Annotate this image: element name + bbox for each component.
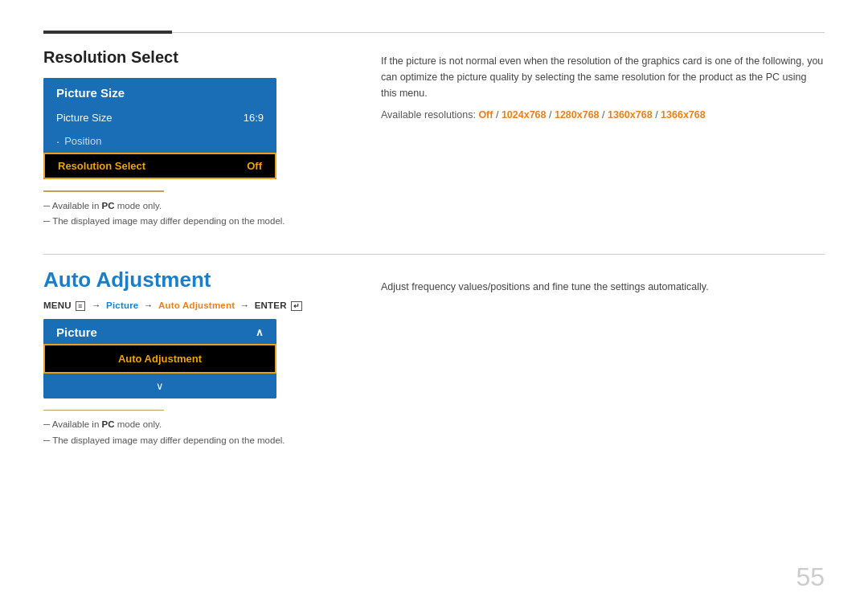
bc-auto-adjustment: Auto Adjustment [158, 300, 235, 310]
resolution-select-notes: ─ Available in PC mode only. ─ The displ… [43, 190, 333, 230]
menu-item-position-label: Position [64, 135, 101, 147]
chevron-down-icon: ∨ [156, 380, 164, 392]
auto-adjustment-note-model: ─ The displayed image may differ dependi… [43, 433, 333, 449]
chevron-up-icon: ∧ [256, 326, 264, 338]
menu-item-resolution-select-label: Resolution Select [58, 160, 145, 172]
auto-adjustment-title: Auto Adjustment [43, 268, 333, 292]
available-1024: 1024x768 [502, 109, 547, 121]
menu-icon: ≡ [76, 301, 84, 311]
available-separator1: / [496, 109, 502, 121]
resolution-select-available: Available resolutions: Off / 1024x768 / … [381, 109, 825, 121]
available-separator2: / [549, 109, 555, 121]
available-off: Off [478, 109, 493, 121]
picture-menu-active-label: Auto Adjustment [118, 353, 202, 365]
picture-menu-footer: ∨ [43, 374, 276, 398]
available-1366: 1366x768 [661, 109, 706, 121]
resolution-select-description: If the picture is not normal even when t… [381, 53, 825, 101]
resolution-select-title: Resolution Select [43, 48, 333, 67]
menu-item-picture-size-value: 16:9 [244, 112, 264, 124]
available-1280: 1280x768 [555, 109, 600, 121]
auto-adjustment-note-pc: ─ Available in PC mode only. [43, 417, 333, 433]
resolution-select-section: Resolution Select Picture Size Picture S… [43, 34, 825, 230]
menu-item-position: Position [43, 129, 276, 153]
picture-menu-active-item[interactable]: Auto Adjustment [43, 344, 276, 374]
bc-arrow3: → [240, 300, 250, 310]
bc-arrow2: → [144, 300, 154, 310]
enter-icon: ↵ [291, 301, 302, 311]
auto-adjustment-section: Auto Adjustment MENU ≡ → Picture → Auto … [43, 255, 825, 449]
bc-picture: Picture [106, 300, 138, 310]
menu-item-picture-size: Picture Size 16:9 [43, 106, 276, 129]
menu-picture-size-header: Picture Size [43, 78, 276, 106]
page-number: 55 [796, 562, 825, 592]
bc-arrow1: → [92, 300, 101, 310]
auto-adjustment-notes-divider [43, 410, 164, 411]
resolution-select-left: Resolution Select Picture Size Picture S… [43, 34, 357, 230]
picture-menu-header: Picture ∧ [43, 319, 276, 344]
note-pc-mode: ─ Available in PC mode only. [43, 198, 333, 215]
available-1360: 1360x768 [608, 109, 653, 121]
bc-menu: MENU [43, 300, 72, 310]
menu-item-resolution-select[interactable]: Resolution Select Off [43, 153, 276, 179]
available-separator3: / [602, 109, 608, 121]
available-label: Available resolutions: [381, 109, 476, 121]
auto-adjustment-right: Adjust frequency values/positions and fi… [357, 255, 825, 449]
picture-menu-header-label: Picture [56, 325, 97, 339]
auto-adjustment-notes: ─ Available in PC mode only. ─ The displ… [43, 410, 333, 449]
bc-enter: ENTER [255, 300, 287, 310]
resolution-select-menu-box: Picture Size Picture Size 16:9 Position … [43, 78, 276, 179]
auto-adjustment-breadcrumb: MENU ≡ → Picture → Auto Adjustment → ENT… [43, 300, 333, 311]
resolution-select-right: If the picture is not normal even when t… [357, 34, 825, 230]
note-image-differ: ─ The displayed image may differ dependi… [43, 214, 333, 230]
auto-adjustment-description: Adjust frequency values/positions and fi… [381, 279, 825, 295]
notes-divider [43, 190, 164, 192]
auto-adjustment-menu-box: Picture ∧ Auto Adjustment ∨ [43, 319, 276, 398]
auto-adjustment-left: Auto Adjustment MENU ≡ → Picture → Auto … [43, 255, 357, 449]
menu-item-picture-size-label: Picture Size [56, 112, 112, 124]
top-divider-thin [172, 32, 825, 33]
menu-item-resolution-select-value: Off [247, 160, 262, 172]
